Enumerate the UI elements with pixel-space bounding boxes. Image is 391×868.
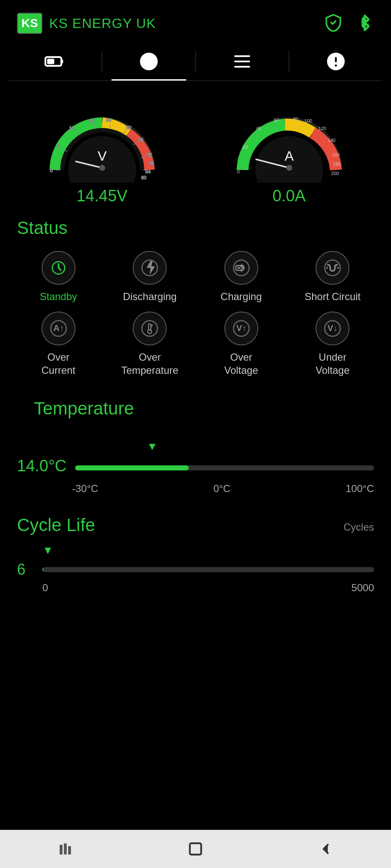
svg-rect-64 (149, 324, 151, 330)
svg-rect-74 (68, 846, 71, 854)
cycle-slider-labels: 0 5000 (17, 582, 374, 594)
status-section: Status Standby Discharging (0, 209, 391, 386)
over-temp-icon-circle[interactable] (133, 312, 167, 345)
status-grid: Standby Discharging (0, 242, 391, 386)
over-current-label: OverCurrent (42, 351, 75, 377)
status-item-short-circuit: Short Circuit (291, 251, 374, 303)
status-item-charging: Charging (200, 251, 283, 303)
recent-apps-button[interactable] (48, 838, 82, 860)
svg-text:0: 0 (237, 169, 239, 174)
svg-text:30: 30 (126, 125, 131, 130)
svg-text:18: 18 (89, 118, 94, 123)
cycle-slider-track[interactable] (42, 567, 374, 572)
header-right (324, 13, 374, 33)
svg-text:0: 0 (50, 168, 52, 173)
svg-text:A: A (285, 148, 294, 164)
svg-point-37 (99, 165, 105, 171)
status-item-over-current: A↑ OverCurrent (17, 312, 100, 377)
temp-value: 14.0°C (17, 457, 67, 475)
under-voltage-label: UnderVoltage (316, 351, 349, 377)
svg-rect-12 (335, 57, 337, 63)
svg-text:60: 60 (141, 175, 146, 180)
app-logo: KS (17, 13, 42, 34)
svg-text:48: 48 (148, 161, 154, 166)
svg-text:40: 40 (256, 126, 261, 131)
under-voltage-icon-circle[interactable]: V↓ (316, 312, 349, 345)
short-circuit-icon-circle[interactable] (316, 251, 349, 285)
svg-point-7 (142, 61, 143, 62)
svg-rect-72 (59, 845, 62, 854)
svg-text:A↑: A↑ (53, 323, 64, 333)
status-item-over-voltage: V↑ OverVoltage (200, 312, 283, 377)
charging-label: Charging (221, 290, 262, 303)
svg-text:36: 36 (138, 137, 143, 142)
svg-rect-8 (235, 55, 251, 57)
svg-text:200: 200 (331, 171, 338, 176)
temp-mid-label: 0°C (213, 483, 230, 495)
svg-rect-10 (235, 66, 251, 67)
tab-alert[interactable] (289, 42, 383, 81)
bottom-nav-bar (0, 830, 391, 868)
voltage-gauge: 0 6 12 18 24 30 36 (43, 98, 162, 183)
cycle-arrow-indicator: ▼ (42, 544, 53, 557)
voltage-value: 14.45V (76, 187, 127, 205)
back-button[interactable] (309, 838, 343, 860)
short-circuit-label: Short Circuit (304, 290, 360, 303)
svg-rect-73 (64, 843, 67, 855)
gauges-section: 0 6 12 18 24 30 36 (0, 81, 391, 209)
tab-gauge[interactable] (102, 42, 196, 81)
svg-point-13 (335, 64, 337, 67)
over-current-icon-circle[interactable]: A↑ (42, 312, 75, 345)
svg-text:6: 6 (56, 144, 59, 149)
svg-text:54: 54 (145, 169, 150, 174)
status-title: Status (0, 209, 391, 242)
temp-arrow-indicator: ▼ (147, 440, 158, 453)
temp-slider-fill (75, 465, 189, 470)
temp-slider-container: ▼ 14.0°C -30°C 0°C 100°C (17, 440, 374, 495)
svg-text:160: 160 (332, 152, 339, 157)
cycle-max-label: 5000 (352, 582, 374, 594)
status-item-standby: Standby (17, 251, 100, 303)
discharging-icon-circle[interactable] (133, 251, 167, 285)
temp-min-label: -30°C (72, 483, 98, 495)
current-gauge-container: 0 20 40 60 80 100 120 140 160 180 200 A … (230, 98, 349, 205)
over-voltage-icon-circle[interactable]: V↑ (224, 312, 258, 345)
status-item-over-temp: OverTemperature (109, 312, 192, 377)
tab-battery[interactable] (8, 42, 102, 81)
home-button[interactable] (179, 838, 212, 860)
svg-text:140: 140 (327, 138, 335, 143)
tab-list[interactable] (196, 42, 289, 81)
svg-text:V↑: V↑ (236, 323, 246, 333)
charging-icon-circle[interactable] (224, 251, 258, 285)
temp-max-label: 100°C (346, 483, 374, 495)
bluetooth-icon[interactable] (355, 13, 374, 33)
cycle-life-title: Cycle Life (17, 515, 95, 540)
svg-point-52 (286, 165, 292, 171)
temperature-section: Temperature ▼ 14.0°C -30°C 0°C 100°C (0, 386, 391, 511)
current-gauge: 0 20 40 60 80 100 120 140 160 180 200 A (230, 98, 349, 183)
over-voltage-label: OverVoltage (224, 351, 258, 377)
svg-text:180: 180 (332, 161, 340, 167)
temperature-title: Temperature (17, 390, 374, 423)
svg-text:20: 20 (242, 145, 247, 150)
shield-icon[interactable] (324, 13, 343, 33)
over-temp-label: OverTemperature (121, 351, 179, 377)
svg-text:V: V (98, 148, 107, 164)
nav-tabs (8, 42, 383, 81)
cycle-value: 6 (17, 561, 34, 579)
cycle-min-label: 0 (42, 582, 48, 594)
svg-text:V↓: V↓ (327, 323, 338, 333)
standby-icon-circle[interactable] (42, 251, 75, 285)
temp-slider-track[interactable] (75, 465, 374, 470)
status-item-discharging: Discharging (109, 251, 192, 303)
app-title: KS ENERGY UK (49, 16, 156, 31)
standby-label: Standby (40, 290, 77, 303)
svg-text:120: 120 (318, 126, 326, 131)
svg-rect-1 (47, 59, 54, 64)
header-left: KS KS ENERGY UK (17, 13, 156, 34)
svg-text:24: 24 (106, 117, 111, 122)
header: KS KS ENERGY UK (0, 0, 391, 42)
cycle-slider-wrap: ▼ 6 0 5000 (17, 544, 374, 594)
svg-text:42: 42 (146, 152, 151, 157)
svg-text:80: 80 (293, 117, 298, 122)
